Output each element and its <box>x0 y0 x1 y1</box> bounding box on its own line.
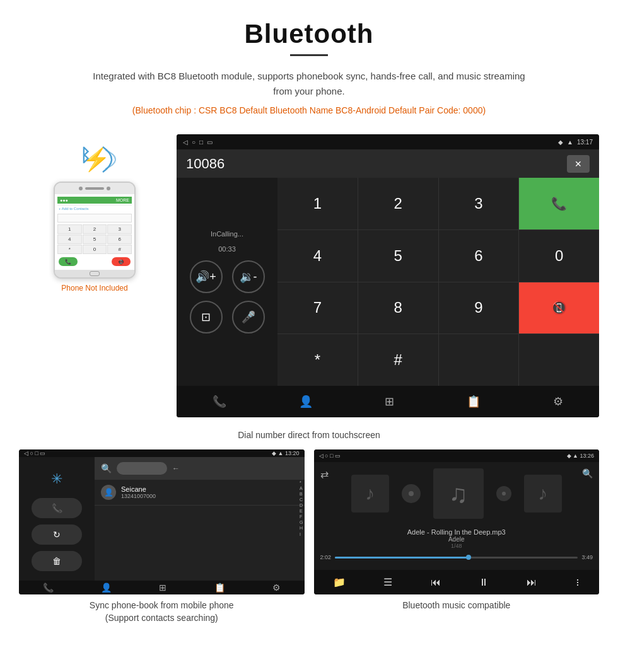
key-2[interactable]: 2 <box>358 178 438 229</box>
end-call-icon: 📵 <box>551 300 567 315</box>
phonebook-caption: Sync phone-book from mobile phone (Suppo… <box>19 594 305 624</box>
alpha-star[interactable]: * <box>300 480 303 485</box>
end-call-button[interactable]: 📵 <box>519 282 599 334</box>
settings-nav-icon[interactable]: ⚙ <box>553 395 563 408</box>
phone-key-3[interactable]: 3 <box>107 224 132 234</box>
alpha-g[interactable]: G <box>300 519 303 525</box>
dial-left-panel: InCalling... 00:33 🔊+ 🔉- ⊡ <box>177 178 277 386</box>
recents-icon[interactable]: □ <box>199 139 203 146</box>
center-dot-inner <box>409 491 414 496</box>
pb-nav-keypad[interactable]: ⊞ <box>159 582 166 593</box>
keypad-nav-icon[interactable]: ⊞ <box>385 395 394 408</box>
music-screen: ◁ ○ □ ▭ ◆ ▲ 13:26 ⇄ <box>314 449 600 594</box>
phone-body-mockup: ●●●MORE + Add to Contacts 1 2 3 4 5 6 * … <box>54 182 136 279</box>
phone-key-star[interactable]: * <box>57 245 82 254</box>
pb-screenshot-icon: ▭ <box>40 450 45 456</box>
music-home-icon[interactable]: ○ <box>325 453 328 459</box>
key-4[interactable]: 4 <box>277 230 358 282</box>
key-3[interactable]: 3 <box>439 178 519 229</box>
contact-entry-seicane[interactable]: 👤 Seicane 13241007000 <box>95 480 305 506</box>
alpha-d[interactable]: D <box>300 502 303 508</box>
music-back-icon[interactable]: ◁ <box>319 453 324 459</box>
pb-nav-contacts[interactable]: 👤 <box>101 582 112 593</box>
contact-number: 13241007000 <box>121 493 156 499</box>
key-9[interactable]: 9 <box>439 282 519 334</box>
pb-home-icon[interactable]: ○ <box>30 450 33 456</box>
pb-nav-icons: ◁ ○ □ ▭ <box>24 450 45 456</box>
pb-call-button[interactable]: 📞 <box>32 498 82 518</box>
alpha-i[interactable]: I <box>300 531 303 537</box>
phone-call-button[interactable]: 📞 <box>59 257 78 266</box>
prev-track-icon[interactable]: ⏮ <box>431 577 441 588</box>
song-title: Adele - Rolling In the Deep.mp3 <box>407 528 506 536</box>
phonebook-caption-line1: Sync phone-book from mobile phone <box>90 600 234 610</box>
key-1[interactable]: 1 <box>277 178 358 229</box>
phone-key-5[interactable]: 5 <box>83 235 107 244</box>
dial-caption: Dial number direct from touchscreen <box>19 424 599 446</box>
alpha-h[interactable]: H <box>300 525 303 531</box>
music-item: ◁ ○ □ ▭ ◆ ▲ 13:26 ⇄ <box>314 449 600 624</box>
equalizer-icon[interactable]: ⫶ <box>575 577 580 588</box>
phone-key-4[interactable]: 4 <box>57 235 82 244</box>
key-hash[interactable]: # <box>358 334 438 386</box>
pb-back-arrow[interactable]: ← <box>172 464 180 473</box>
backspace-button[interactable]: ✕ <box>567 155 590 173</box>
screenshot-icon: ▭ <box>207 139 213 146</box>
pb-nav-call[interactable]: 📞 <box>43 582 54 593</box>
alpha-e[interactable]: E <box>300 508 303 514</box>
back-icon[interactable]: ◁ <box>183 139 188 146</box>
alpha-c[interactable]: C <box>300 497 303 502</box>
call-nav-icon[interactable]: 📞 <box>213 395 226 408</box>
alpha-f[interactable]: F <box>300 514 303 519</box>
volume-up-button[interactable]: 🔊+ <box>190 260 223 293</box>
backspace-icon: ✕ <box>574 159 582 169</box>
phone-key-2[interactable]: 2 <box>83 224 107 234</box>
key-7[interactable]: 7 <box>277 282 358 334</box>
messages-nav-icon[interactable]: 📋 <box>467 395 481 408</box>
call-button[interactable]: 📞 <box>519 178 599 229</box>
alpha-a[interactable]: A <box>300 485 303 491</box>
music-screenshot-icon: ▭ <box>335 453 341 459</box>
music-recents-icon[interactable]: □ <box>330 453 333 459</box>
call-status: InCalling... <box>211 230 243 238</box>
phone-key-6[interactable]: 6 <box>107 235 132 244</box>
phone-not-included-label: Phone Not Included <box>61 284 127 293</box>
pb-recents-icon[interactable]: □ <box>35 450 38 456</box>
phone-key-0[interactable]: 0 <box>83 245 107 254</box>
shuffle-icon[interactable]: ⇄ <box>320 468 329 480</box>
next-track-icon[interactable]: ⏭ <box>527 577 537 588</box>
key-0[interactable]: 0 <box>519 230 599 282</box>
mic-button[interactable]: 🎤 <box>232 301 265 333</box>
phone-key-1[interactable]: 1 <box>57 224 82 234</box>
key-8[interactable]: 8 <box>358 282 438 334</box>
volume-up-icon: 🔊+ <box>195 270 216 284</box>
top-section: ⚡ ᛒ ●●●MORE + A <box>19 134 599 417</box>
folder-icon[interactable]: 📁 <box>333 576 346 588</box>
phone-home-button[interactable] <box>90 271 100 276</box>
volume-down-button[interactable]: 🔉- <box>232 260 265 293</box>
phone-end-button[interactable]: 📵 <box>112 257 131 266</box>
phone-keypad: 1 2 3 4 5 6 * 0 # <box>57 224 132 254</box>
play-pause-icon[interactable]: ⏸ <box>479 577 489 588</box>
music-body: ⇄ 🔍 ♪ ♫ <box>314 462 600 570</box>
pb-nav-messages[interactable]: 📋 <box>214 582 225 593</box>
key-6[interactable]: 6 <box>439 230 519 282</box>
contacts-nav-icon[interactable]: 👤 <box>299 395 313 408</box>
dialed-number: 10086 <box>186 156 567 172</box>
home-icon[interactable]: ○ <box>192 139 195 146</box>
playlist-icon[interactable]: ☰ <box>383 576 392 588</box>
key-5[interactable]: 5 <box>358 230 438 282</box>
music-search-icon[interactable]: 🔍 <box>582 468 593 478</box>
pb-back-icon[interactable]: ◁ <box>24 450 28 456</box>
pb-sync-button[interactable]: ↻ <box>32 524 82 545</box>
key-empty1 <box>439 334 519 386</box>
phonebook-layout: ◁ ○ □ ▭ ◆ ▲ 13:20 ✳ <box>19 449 305 594</box>
pb-delete-button[interactable]: 🗑 <box>32 551 82 571</box>
transfer-button[interactable]: ⊡ <box>190 301 223 333</box>
phone-key-hash[interactable]: # <box>107 245 132 254</box>
progress-bar[interactable] <box>335 557 578 559</box>
bluetooth-specs: (Bluetooth chip : CSR BC8 Default Blueto… <box>38 105 580 115</box>
pb-nav-settings[interactable]: ⚙ <box>272 582 281 593</box>
key-star[interactable]: * <box>277 334 358 386</box>
alpha-b[interactable]: B <box>300 491 303 497</box>
